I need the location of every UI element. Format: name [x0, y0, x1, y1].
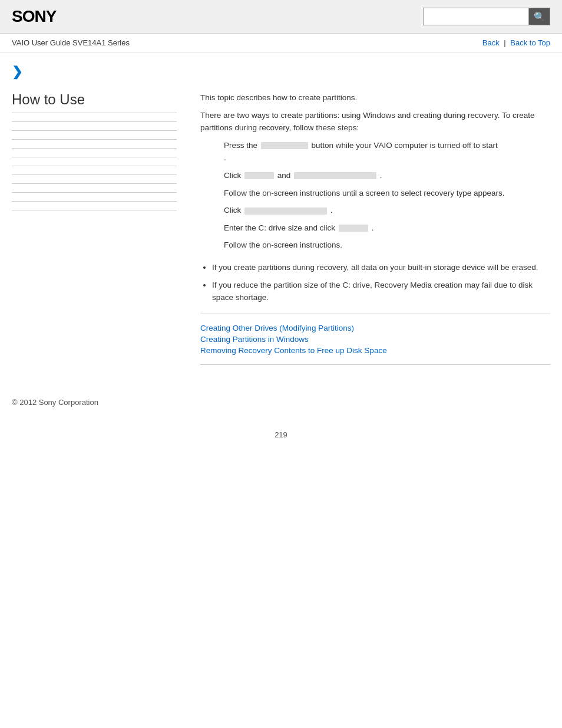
nav-separator: | [504, 38, 505, 47]
sony-logo: SONY [12, 7, 56, 26]
step-1-placeholder [261, 142, 308, 149]
search-button[interactable]: 🔍 [529, 8, 550, 25]
sidebar: How to Use [12, 91, 189, 374]
sidebar-divider-1 [12, 121, 177, 122]
link-creating-partitions-windows[interactable]: Creating Partitions in Windows [200, 335, 550, 344]
chevron-right-icon: ❯ [12, 64, 22, 79]
sidebar-divider-2 [12, 130, 177, 131]
sidebar-title: How to Use [12, 91, 177, 113]
nav-bar: VAIO User Guide SVE14A1 Series Back | Ba… [0, 34, 562, 52]
step-3: Click . [224, 204, 550, 217]
sidebar-divider-7 [12, 174, 177, 175]
note-item-1: If you create partitions during recovery… [212, 261, 550, 274]
section-divider-bottom [200, 364, 550, 365]
note-item-2: If you reduce the partition size of the … [212, 279, 550, 304]
sidebar-divider-11 [12, 210, 177, 210]
step-2b: Follow the on-screen instructions until … [224, 187, 550, 200]
back-link[interactable]: Back [482, 38, 500, 47]
sidebar-divider-8 [12, 183, 177, 184]
nav-links: Back | Back to Top [482, 38, 550, 47]
notes-list: If you create partitions during recovery… [212, 261, 550, 304]
search-icon: 🔍 [534, 11, 546, 22]
step-4: Enter the C: drive size and click . [224, 222, 550, 235]
footer: © 2012 Sony Corporation [0, 386, 562, 419]
intro-paragraph-2: There are two ways to create partitions:… [200, 109, 550, 134]
step-2-placeholder-1 [244, 172, 274, 179]
header: SONY 🔍 [0, 0, 562, 34]
step-3-placeholder [244, 207, 327, 215]
sidebar-divider-10 [12, 201, 177, 202]
step-2-placeholder-2 [294, 172, 376, 179]
sidebar-divider-5 [12, 157, 177, 157]
sidebar-divider-9 [12, 192, 177, 193]
sidebar-divider-3 [12, 139, 177, 140]
guide-title: VAIO User Guide SVE14A1 Series [12, 38, 130, 47]
main-content: How to Use This topic describes how to c… [0, 85, 562, 386]
arrow-section: ❯ [0, 52, 562, 85]
page-number: 219 [0, 419, 562, 451]
step-4-placeholder [339, 225, 368, 232]
content-area: This topic describes how to create parti… [189, 91, 550, 374]
step-1-text: Press the button while your VAIO compute… [224, 141, 498, 150]
back-to-top-link[interactable]: Back to Top [510, 38, 550, 47]
search-input[interactable] [423, 8, 529, 25]
section-divider-top [200, 314, 550, 314]
intro-paragraph-1: This topic describes how to create parti… [200, 91, 550, 104]
link-creating-other-drives[interactable]: Creating Other Drives (Modifying Partiti… [200, 324, 550, 332]
sidebar-divider-6 [12, 166, 177, 166]
search-area: 🔍 [423, 8, 550, 25]
sidebar-divider-4 [12, 148, 177, 149]
step-2: Click and . [224, 169, 550, 182]
step-1: Press the button while your VAIO compute… [224, 139, 550, 164]
copyright: © 2012 Sony Corporation [12, 398, 98, 407]
link-removing-recovery-contents[interactable]: Removing Recovery Contents to Free up Di… [200, 346, 550, 355]
related-links: Creating Other Drives (Modifying Partiti… [200, 324, 550, 355]
step-5: Follow the on-screen instructions. [224, 239, 550, 252]
